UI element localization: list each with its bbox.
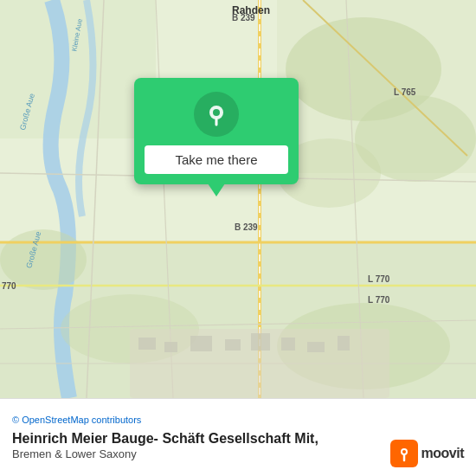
svg-rect-22 [138, 338, 156, 350]
svg-point-41 [213, 109, 220, 116]
location-popup: Take me there [134, 78, 299, 184]
moovit-icon [390, 440, 418, 467]
svg-point-43 [402, 450, 406, 453]
moovit-brand-text: moovit [421, 446, 464, 461]
svg-rect-25 [225, 339, 241, 351]
svg-rect-29 [338, 336, 350, 351]
svg-text:L 765: L 765 [394, 87, 416, 97]
svg-rect-24 [190, 336, 212, 351]
map-attribution: © OpenStreetMap contributors [12, 415, 464, 425]
moovit-logo: moovit [390, 440, 464, 467]
svg-text:770: 770 [2, 281, 16, 291]
attribution-text: © OpenStreetMap contributors [12, 415, 141, 425]
location-pin-icon [204, 102, 228, 126]
svg-text:B 239: B 239 [235, 222, 258, 232]
location-icon-bg [194, 92, 239, 137]
svg-text:L 770: L 770 [368, 274, 390, 284]
svg-rect-27 [281, 338, 295, 351]
info-bar: © OpenStreetMap contributors Heinrich Me… [0, 398, 476, 476]
take-me-there-button[interactable]: Take me there [145, 145, 288, 174]
svg-rect-23 [164, 342, 177, 352]
map-view: B 239 B 239 L 765 770 L 770 L 770 Rahden… [0, 0, 476, 398]
svg-text:Rahden: Rahden [232, 4, 270, 16]
svg-text:L 770: L 770 [368, 295, 390, 305]
svg-rect-26 [251, 333, 270, 351]
svg-rect-28 [307, 342, 325, 352]
